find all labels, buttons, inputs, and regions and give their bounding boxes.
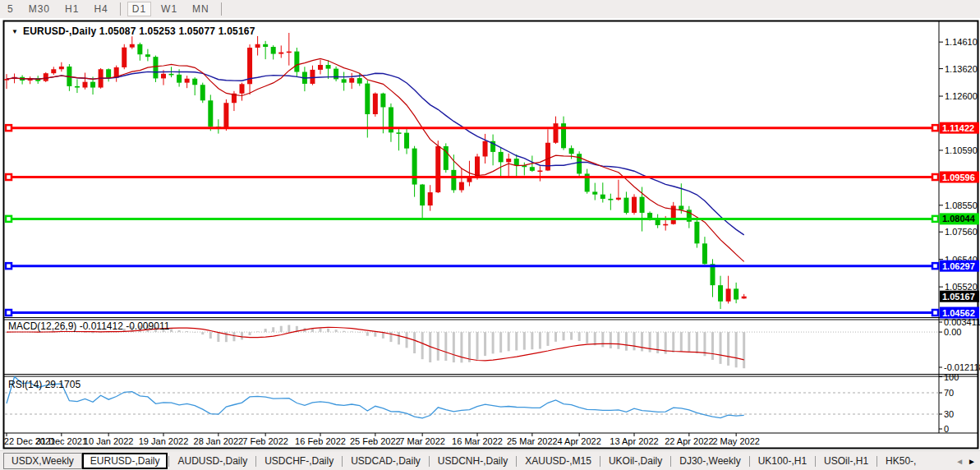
svg-text:7 Mar 2022: 7 Mar 2022 [399, 436, 445, 446]
line-handle[interactable] [932, 216, 938, 222]
tab-usdcad-daily[interactable]: USDCAD-,Daily [343, 453, 428, 469]
svg-text:31 Dec 2021: 31 Dec 2021 [36, 436, 87, 446]
line-handle[interactable] [932, 310, 938, 316]
tab-divider [749, 456, 750, 467]
macd-label: MACD(12,26,9) -0.011412 -0.009011 [8, 320, 170, 332]
svg-text:16 Feb 2022: 16 Feb 2022 [295, 436, 346, 446]
rsi-label: RSI(14) 29.1705 [8, 379, 81, 390]
horizontal-line[interactable]: 1.09596 [5, 172, 979, 183]
tab-usdchf-daily[interactable]: USDCHF-,Daily [257, 453, 341, 469]
symbol-dropdown-icon: ▼ [12, 28, 18, 35]
line-handle[interactable] [6, 216, 12, 222]
timeframe-button-mn[interactable]: MN [187, 2, 214, 16]
ma-fast-line [7, 58, 744, 261]
svg-text:16 Mar 2022: 16 Mar 2022 [452, 436, 503, 446]
svg-text:2 May 2022: 2 May 2022 [712, 436, 759, 446]
current-price-label: 1.05167 [940, 291, 979, 302]
line-handle[interactable] [6, 310, 12, 316]
svg-text:0: 0 [944, 424, 949, 434]
horizontal-line[interactable]: 1.08044 [5, 213, 979, 224]
tab-scroll-buttons: ◄► [955, 457, 980, 466]
svg-text:1.12600: 1.12600 [945, 91, 978, 101]
price-chart[interactable]: 1.146101.136201.126001.105901.085501.075… [0, 0, 980, 470]
toolbar-separator [120, 2, 121, 16]
svg-text:1.10590: 1.10590 [945, 145, 978, 155]
svg-text:7 Feb 2022: 7 Feb 2022 [242, 436, 288, 446]
line-handle[interactable] [932, 125, 938, 131]
svg-text:EURUSD-,Daily 1.05087 1.05253: EURUSD-,Daily 1.05087 1.05253 1.05077 1.… [23, 25, 255, 37]
timeframe-toolbar: 5M30H1H4D1W1MN [0, 0, 980, 18]
tab-usoil-h1[interactable]: USOil-,H1 [817, 453, 876, 469]
svg-text:1.08044: 1.08044 [942, 214, 976, 223]
tab-divider [670, 456, 671, 467]
svg-text:1.07560: 1.07560 [945, 227, 978, 237]
macd-pane: MACD(12,26,9) -0.011412 -0.0090110.00341… [5, 317, 980, 372]
timeframe-button-5[interactable]: 5 [2, 2, 19, 16]
svg-text:10 Jan 2022: 10 Jan 2022 [84, 436, 134, 446]
svg-text:25 Feb 2022: 25 Feb 2022 [350, 436, 401, 446]
tab-eurusd-daily[interactable]: EURUSD-,Daily [82, 453, 168, 469]
svg-text:13 Apr 2022: 13 Apr 2022 [610, 436, 658, 446]
svg-text:1.11422: 1.11422 [942, 123, 974, 133]
horizontal-line[interactable]: 1.06297 [5, 260, 979, 272]
timeframe-button-d1[interactable]: D1 [127, 2, 151, 16]
svg-text:1.13620: 1.13620 [945, 64, 978, 74]
chart-window-frame [4, 21, 978, 449]
svg-text:1.05520: 1.05520 [945, 282, 978, 292]
horizontal-line[interactable]: 1.11422 [5, 122, 979, 134]
svg-text:19 Jan 2022: 19 Jan 2022 [139, 436, 189, 446]
line-handle[interactable] [6, 125, 12, 131]
tab-hk50[interactable]: HK50-, [878, 453, 923, 469]
tab-divider [600, 456, 600, 467]
tab-usdx-weekly[interactable]: USDX,Weekly [3, 453, 82, 469]
svg-text:1.09596: 1.09596 [942, 173, 975, 182]
svg-text:70: 70 [944, 388, 954, 398]
svg-text:-0.012118: -0.012118 [944, 362, 980, 372]
tab-usdcnh-daily[interactable]: USDCNH-,Daily [430, 453, 515, 469]
timeframe-button-m30[interactable]: M30 [24, 2, 55, 16]
svg-text:100: 100 [944, 372, 959, 382]
chart-title: ▼EURUSD-,Daily 1.05087 1.05253 1.05077 1… [12, 25, 255, 37]
svg-text:1.05167: 1.05167 [942, 292, 975, 302]
svg-text:25 Mar 2022: 25 Mar 2022 [507, 436, 558, 446]
rsi-line [7, 377, 744, 418]
tab-divider [815, 456, 816, 467]
svg-text:28 Jan 2022: 28 Jan 2022 [194, 436, 244, 446]
svg-text:4 Apr 2022: 4 Apr 2022 [558, 436, 601, 446]
tab-dj30-weekly[interactable]: DJ30-,Weekly [672, 453, 748, 469]
horizontal-line[interactable]: 1.04562 [5, 307, 979, 319]
price-axis: 1.146101.136201.126001.105901.085501.075… [939, 37, 978, 292]
tab-divider [168, 456, 169, 467]
tab-audusd-daily[interactable]: AUDUSD-,Daily [170, 453, 255, 469]
tab-divider [342, 456, 343, 467]
line-handle[interactable] [6, 174, 12, 180]
timeframe-button-w1[interactable]: W1 [156, 2, 182, 16]
svg-text:30: 30 [944, 409, 954, 419]
tab-scroll-right-icon[interactable]: ► [968, 457, 976, 466]
toolbar-separator [221, 2, 222, 16]
line-handle[interactable] [932, 174, 938, 180]
rsi-pane: RSI(14) 29.170510070300 [5, 372, 959, 435]
tab-divider [429, 456, 430, 467]
svg-text:1.04562: 1.04562 [942, 308, 975, 318]
line-handle[interactable] [932, 263, 938, 269]
ma-fast [7, 58, 744, 261]
symbol-tabbar: USDX,WeeklyEURUSD-,DailyAUDUSD-,DailyUSD… [0, 450, 980, 470]
tab-divider [255, 456, 256, 467]
svg-text:0.003411: 0.003411 [944, 317, 980, 327]
timeframe-button-h4[interactable]: H4 [89, 2, 113, 16]
svg-text:22 Apr 2022: 22 Apr 2022 [665, 436, 713, 446]
tab-divider [876, 456, 877, 467]
tab-divider [516, 456, 517, 467]
svg-text:1.06297: 1.06297 [942, 261, 975, 271]
tab-ukoil-daily[interactable]: UKOil-,Daily [601, 453, 669, 469]
date-axis: 22 Dec 202131 Dec 202110 Jan 202219 Jan … [4, 433, 760, 446]
svg-text:1.14610: 1.14610 [945, 37, 978, 47]
svg-text:0.00: 0.00 [944, 327, 961, 337]
tab-scroll-left-icon[interactable]: ◄ [955, 457, 964, 466]
tab-xauusd-m15[interactable]: XAUUSD-,M15 [518, 453, 599, 469]
timeframe-button-h1[interactable]: H1 [60, 2, 84, 16]
line-handle[interactable] [6, 263, 12, 269]
tab-uk100-h1[interactable]: UK100-,H1 [751, 453, 814, 469]
svg-text:1.08550: 1.08550 [945, 200, 978, 210]
